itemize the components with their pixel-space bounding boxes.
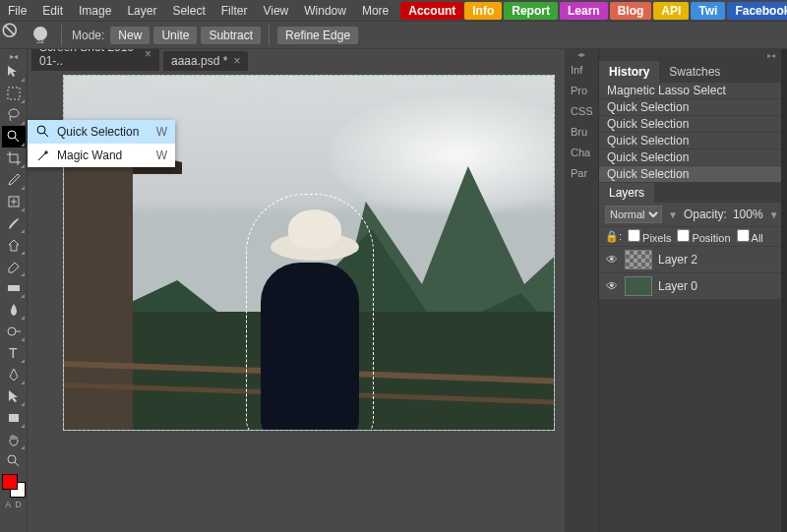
history-item[interactable]: Quick Selection <box>599 99 781 116</box>
close-icon[interactable]: × <box>145 47 151 61</box>
magic-wand-icon <box>35 148 51 163</box>
panel-tab-properties[interactable]: Pro <box>565 80 598 100</box>
swatch-letters: AD <box>5 498 22 511</box>
marquee-tool[interactable] <box>2 83 26 104</box>
hand-tool[interactable] <box>2 429 26 450</box>
toolbox-collapse[interactable]: ▸◂ <box>0 51 27 61</box>
mode-subtract[interactable]: Subtract <box>201 27 261 44</box>
document-tab[interactable]: aaaa.psd *× <box>163 51 248 71</box>
menu-bar: File Edit Image Layer Select Filter View… <box>0 0 787 22</box>
zoom-tool[interactable] <box>2 450 26 472</box>
layers-options: Normal ▼ Opacity: 100% ▼ <box>599 203 781 227</box>
menu-select[interactable]: Select <box>164 0 212 22</box>
tool-flyout: Quick Selection W Magic Wand W <box>28 120 175 167</box>
history-item[interactable]: Quick Selection <box>599 149 781 166</box>
menu-file[interactable]: File <box>0 0 34 22</box>
ext-twi[interactable]: Twi <box>691 2 725 20</box>
quick-select-tool[interactable] <box>2 126 26 148</box>
svg-point-10 <box>37 126 45 134</box>
menu-more[interactable]: More <box>354 0 396 22</box>
path-select-tool[interactable] <box>2 385 26 407</box>
flyout-magic-wand[interactable]: Magic Wand W <box>28 144 175 167</box>
quick-selection-icon <box>35 124 51 140</box>
panel-tab-character[interactable]: Cha <box>565 142 598 162</box>
panel-tab-info[interactable]: Inf <box>565 59 598 80</box>
lock-pixels[interactable]: Pixels <box>628 229 671 244</box>
scrollbar[interactable] <box>781 49 787 532</box>
history-tab[interactable]: History <box>599 61 659 83</box>
layer-name: Layer 2 <box>658 253 697 266</box>
healing-tool[interactable] <box>2 191 26 212</box>
flyout-quick-selection[interactable]: Quick Selection W <box>28 120 175 144</box>
dodge-tool[interactable] <box>2 321 26 342</box>
panel-collapse[interactable]: ▸◂ <box>599 49 781 61</box>
panel-tab-paragraph[interactable]: Par <box>565 162 598 183</box>
svg-text:T: T <box>9 345 18 361</box>
toolbox: ▸◂ T AD <box>0 49 28 532</box>
current-tool-icon <box>0 21 26 49</box>
menu-filter[interactable]: Filter <box>213 0 256 22</box>
mode-unite[interactable]: Unite <box>153 27 197 44</box>
blur-tool[interactable] <box>2 299 26 321</box>
ext-reportbug[interactable]: Report a bug <box>504 2 558 20</box>
history-panel-tabs: History Swatches <box>599 61 781 83</box>
color-swatches[interactable] <box>2 474 26 498</box>
options-bar: 52 Mode: New Unite Subtract Refine Edge <box>0 22 787 49</box>
visibility-icon[interactable]: 👁 <box>605 279 619 293</box>
panels: ▸◂ History Swatches Magnetic Lasso Selec… <box>598 49 781 532</box>
svg-point-3 <box>8 131 16 139</box>
menu-edit[interactable]: Edit <box>34 0 71 22</box>
brush-preset[interactable]: 52 <box>26 27 55 43</box>
layer-item[interactable]: 👁 Layer 2 <box>599 247 781 273</box>
menu-view[interactable]: View <box>255 0 296 22</box>
blend-mode-select[interactable]: Normal <box>605 206 662 223</box>
panel-tab-css[interactable]: CSS <box>565 100 598 121</box>
history-item[interactable]: Magnetic Lasso Select <box>599 83 781 99</box>
account-button[interactable]: Account <box>400 2 463 20</box>
svg-point-2 <box>9 109 19 117</box>
layer-name: Layer 0 <box>658 279 697 293</box>
crop-tool[interactable] <box>2 148 26 169</box>
lock-all[interactable]: All <box>737 229 763 244</box>
ext-facebook[interactable]: Facebook <box>727 2 787 20</box>
svg-point-9 <box>8 455 16 463</box>
visibility-icon[interactable]: 👁 <box>605 253 619 266</box>
layer-item[interactable]: 👁 Layer 0 <box>599 273 781 300</box>
svg-rect-5 <box>8 285 20 291</box>
layers-tab[interactable]: Layers <box>599 183 654 203</box>
history-item[interactable]: Quick Selection <box>599 133 781 149</box>
selection-marquee <box>246 194 374 431</box>
lock-position[interactable]: Position <box>677 229 730 244</box>
ext-learn[interactable]: Learn <box>560 2 608 20</box>
gradient-tool[interactable] <box>2 277 26 299</box>
close-icon[interactable]: × <box>233 54 240 68</box>
text-tool[interactable]: T <box>2 342 26 364</box>
panel-tab-brush[interactable]: Bru <box>565 121 598 142</box>
history-item[interactable]: Quick Selection <box>599 166 781 183</box>
opacity-value[interactable]: 100% <box>733 207 763 221</box>
brush-tool[interactable] <box>2 212 26 234</box>
ext-info[interactable]: Info <box>464 2 502 20</box>
layer-thumb <box>625 276 652 296</box>
layer-list: 👁 Layer 2 👁 Layer 0 <box>599 247 781 300</box>
ext-blog[interactable]: Blog <box>610 2 652 20</box>
history-item[interactable]: Quick Selection <box>599 116 781 133</box>
menu-window[interactable]: Window <box>296 0 354 22</box>
eyedropper-tool[interactable] <box>2 169 26 191</box>
panel-expand[interactable]: ◂▸ <box>565 49 598 59</box>
lasso-tool[interactable] <box>2 104 26 126</box>
refine-edge-button[interactable]: Refine Edge <box>277 27 358 44</box>
ext-api[interactable]: API <box>653 2 689 20</box>
clone-tool[interactable] <box>2 234 26 256</box>
menu-image[interactable]: Image <box>71 0 119 22</box>
layers-panel-tabs: Layers <box>599 183 781 203</box>
move-tool[interactable] <box>2 61 26 83</box>
lock-icon: 🔒: <box>605 230 622 243</box>
mode-new[interactable]: New <box>110 27 150 44</box>
shape-tool[interactable] <box>2 407 26 429</box>
menu-layer[interactable]: Layer <box>119 0 164 22</box>
pen-tool[interactable] <box>2 364 26 385</box>
eraser-tool[interactable] <box>2 256 26 277</box>
swatches-tab[interactable]: Swatches <box>659 61 730 83</box>
layer-thumb <box>625 250 652 269</box>
